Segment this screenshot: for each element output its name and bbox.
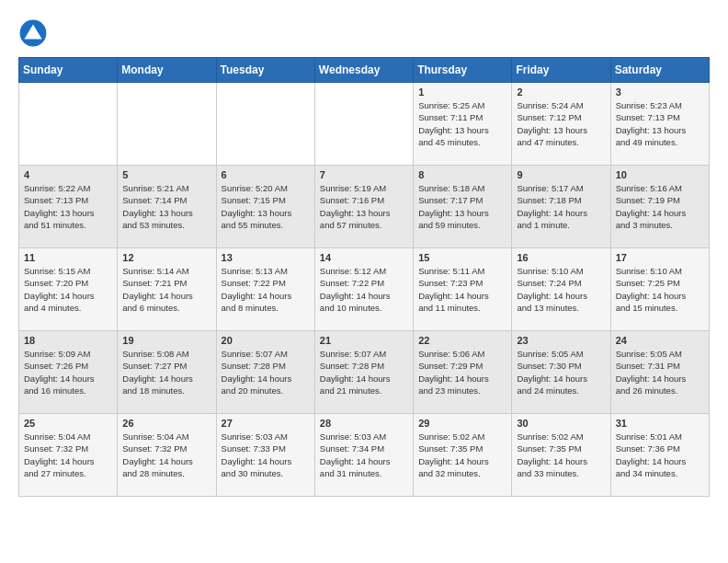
day-info: Sunrise: 5:04 AM Sunset: 7:32 PM Dayligh… — [24, 431, 112, 479]
calendar-cell: 3Sunrise: 5:23 AM Sunset: 7:13 PM Daylig… — [610, 83, 709, 166]
calendar-cell: 25Sunrise: 5:04 AM Sunset: 7:32 PM Dayli… — [19, 414, 118, 497]
calendar-cell: 7Sunrise: 5:19 AM Sunset: 7:16 PM Daylig… — [314, 166, 413, 248]
day-number: 4 — [24, 169, 112, 180]
calendar-cell — [118, 83, 216, 166]
day-info: Sunrise: 5:16 AM Sunset: 7:19 PM Dayligh… — [616, 182, 704, 231]
logo-icon — [18, 18, 48, 48]
day-info: Sunrise: 5:22 AM Sunset: 7:13 PM Dayligh… — [24, 182, 112, 231]
day-info: Sunrise: 5:06 AM Sunset: 7:29 PM Dayligh… — [418, 348, 506, 396]
day-number: 6 — [222, 169, 310, 180]
logo — [18, 18, 51, 48]
day-info: Sunrise: 5:04 AM Sunset: 7:32 PM Dayligh… — [122, 431, 210, 479]
calendar-cell: 4Sunrise: 5:22 AM Sunset: 7:13 PM Daylig… — [19, 166, 118, 248]
day-number: 9 — [517, 169, 605, 180]
day-info: Sunrise: 5:20 AM Sunset: 7:15 PM Dayligh… — [222, 182, 310, 231]
day-info: Sunrise: 5:07 AM Sunset: 7:28 PM Dayligh… — [320, 348, 408, 396]
day-info: Sunrise: 5:12 AM Sunset: 7:22 PM Dayligh… — [320, 265, 408, 314]
calendar-cell: 28Sunrise: 5:03 AM Sunset: 7:34 PM Dayli… — [314, 414, 413, 497]
calendar-cell: 16Sunrise: 5:10 AM Sunset: 7:24 PM Dayli… — [512, 248, 610, 331]
calendar-cell: 9Sunrise: 5:17 AM Sunset: 7:18 PM Daylig… — [512, 166, 610, 248]
calendar-cell: 31Sunrise: 5:01 AM Sunset: 7:36 PM Dayli… — [610, 414, 709, 497]
weekday-header-sunday: Sunday — [19, 58, 118, 83]
day-info: Sunrise: 5:14 AM Sunset: 7:21 PM Dayligh… — [122, 265, 210, 314]
calendar-cell: 24Sunrise: 5:05 AM Sunset: 7:31 PM Dayli… — [610, 331, 709, 414]
calendar-cell: 23Sunrise: 5:05 AM Sunset: 7:30 PM Dayli… — [512, 331, 610, 414]
day-info: Sunrise: 5:09 AM Sunset: 7:26 PM Dayligh… — [24, 348, 112, 396]
calendar-week-row: 4Sunrise: 5:22 AM Sunset: 7:13 PM Daylig… — [19, 166, 710, 248]
day-info: Sunrise: 5:10 AM Sunset: 7:24 PM Dayligh… — [517, 265, 605, 314]
day-info: Sunrise: 5:10 AM Sunset: 7:25 PM Dayligh… — [616, 265, 704, 314]
day-info: Sunrise: 5:13 AM Sunset: 7:22 PM Dayligh… — [222, 265, 310, 314]
day-info: Sunrise: 5:03 AM Sunset: 7:33 PM Dayligh… — [222, 431, 310, 479]
calendar-cell: 6Sunrise: 5:20 AM Sunset: 7:15 PM Daylig… — [216, 166, 314, 248]
day-number: 26 — [122, 418, 210, 429]
calendar-cell: 14Sunrise: 5:12 AM Sunset: 7:22 PM Dayli… — [314, 248, 413, 331]
day-info: Sunrise: 5:15 AM Sunset: 7:20 PM Dayligh… — [24, 265, 112, 314]
day-number: 2 — [517, 86, 605, 98]
day-info: Sunrise: 5:07 AM Sunset: 7:28 PM Dayligh… — [222, 348, 310, 396]
day-info: Sunrise: 5:25 AM Sunset: 7:11 PM Dayligh… — [418, 99, 506, 148]
day-info: Sunrise: 5:02 AM Sunset: 7:35 PM Dayligh… — [418, 431, 506, 479]
day-info: Sunrise: 5:03 AM Sunset: 7:34 PM Dayligh… — [320, 431, 408, 479]
calendar-cell: 2Sunrise: 5:24 AM Sunset: 7:12 PM Daylig… — [512, 83, 610, 166]
day-number: 15 — [418, 252, 506, 263]
calendar-cell: 19Sunrise: 5:08 AM Sunset: 7:27 PM Dayli… — [118, 331, 216, 414]
calendar-cell: 22Sunrise: 5:06 AM Sunset: 7:29 PM Dayli… — [414, 331, 512, 414]
day-info: Sunrise: 5:08 AM Sunset: 7:27 PM Dayligh… — [122, 348, 210, 396]
calendar-cell: 18Sunrise: 5:09 AM Sunset: 7:26 PM Dayli… — [19, 331, 118, 414]
calendar-cell: 13Sunrise: 5:13 AM Sunset: 7:22 PM Dayli… — [216, 248, 314, 331]
calendar-cell: 15Sunrise: 5:11 AM Sunset: 7:23 PM Dayli… — [414, 248, 512, 331]
calendar-cell — [19, 83, 118, 166]
weekday-header-tuesday: Tuesday — [216, 58, 314, 83]
day-info: Sunrise: 5:17 AM Sunset: 7:18 PM Dayligh… — [517, 182, 605, 231]
day-info: Sunrise: 5:21 AM Sunset: 7:14 PM Dayligh… — [122, 182, 210, 231]
weekday-header-wednesday: Wednesday — [314, 58, 413, 83]
calendar-cell: 27Sunrise: 5:03 AM Sunset: 7:33 PM Dayli… — [216, 414, 314, 497]
day-number: 7 — [320, 169, 408, 180]
calendar-cell: 5Sunrise: 5:21 AM Sunset: 7:14 PM Daylig… — [118, 166, 216, 248]
weekday-header-friday: Friday — [512, 58, 610, 83]
day-info: Sunrise: 5:11 AM Sunset: 7:23 PM Dayligh… — [418, 265, 506, 314]
day-number: 16 — [517, 252, 605, 263]
day-number: 25 — [24, 418, 112, 429]
day-info: Sunrise: 5:05 AM Sunset: 7:31 PM Dayligh… — [616, 348, 704, 396]
calendar-week-row: 11Sunrise: 5:15 AM Sunset: 7:20 PM Dayli… — [19, 248, 710, 331]
day-number: 22 — [418, 335, 506, 346]
calendar-cell: 29Sunrise: 5:02 AM Sunset: 7:35 PM Dayli… — [414, 414, 512, 497]
day-number: 27 — [222, 418, 310, 429]
day-number: 1 — [418, 86, 506, 98]
day-number: 8 — [418, 169, 506, 180]
day-info: Sunrise: 5:01 AM Sunset: 7:36 PM Dayligh… — [616, 431, 704, 479]
day-number: 24 — [616, 335, 704, 346]
calendar-cell: 10Sunrise: 5:16 AM Sunset: 7:19 PM Dayli… — [610, 166, 709, 248]
page-header — [18, 18, 710, 48]
day-number: 29 — [418, 418, 506, 429]
day-info: Sunrise: 5:23 AM Sunset: 7:13 PM Dayligh… — [616, 99, 704, 148]
calendar-cell: 17Sunrise: 5:10 AM Sunset: 7:25 PM Dayli… — [610, 248, 709, 331]
day-info: Sunrise: 5:02 AM Sunset: 7:35 PM Dayligh… — [517, 431, 605, 479]
day-number: 21 — [320, 335, 408, 346]
calendar-cell: 1Sunrise: 5:25 AM Sunset: 7:11 PM Daylig… — [414, 83, 512, 166]
day-number: 20 — [222, 335, 310, 346]
weekday-header-monday: Monday — [118, 58, 216, 83]
day-info: Sunrise: 5:18 AM Sunset: 7:17 PM Dayligh… — [418, 182, 506, 231]
calendar-cell — [314, 83, 413, 166]
calendar-cell — [216, 83, 314, 166]
day-number: 18 — [24, 335, 112, 346]
calendar-cell: 30Sunrise: 5:02 AM Sunset: 7:35 PM Dayli… — [512, 414, 610, 497]
calendar-week-row: 1Sunrise: 5:25 AM Sunset: 7:11 PM Daylig… — [19, 83, 710, 166]
calendar-cell: 26Sunrise: 5:04 AM Sunset: 7:32 PM Dayli… — [118, 414, 216, 497]
calendar-week-row: 25Sunrise: 5:04 AM Sunset: 7:32 PM Dayli… — [19, 414, 710, 497]
calendar-table: SundayMondayTuesdayWednesdayThursdayFrid… — [18, 57, 710, 497]
day-number: 17 — [616, 252, 704, 263]
day-number: 10 — [616, 169, 704, 180]
day-number: 12 — [122, 252, 210, 263]
weekday-header-thursday: Thursday — [414, 58, 512, 83]
calendar-cell: 21Sunrise: 5:07 AM Sunset: 7:28 PM Dayli… — [314, 331, 413, 414]
calendar-week-row: 18Sunrise: 5:09 AM Sunset: 7:26 PM Dayli… — [19, 331, 710, 414]
day-number: 14 — [320, 252, 408, 263]
calendar-cell: 20Sunrise: 5:07 AM Sunset: 7:28 PM Dayli… — [216, 331, 314, 414]
day-number: 28 — [320, 418, 408, 429]
day-number: 30 — [517, 418, 605, 429]
day-number: 31 — [616, 418, 704, 429]
